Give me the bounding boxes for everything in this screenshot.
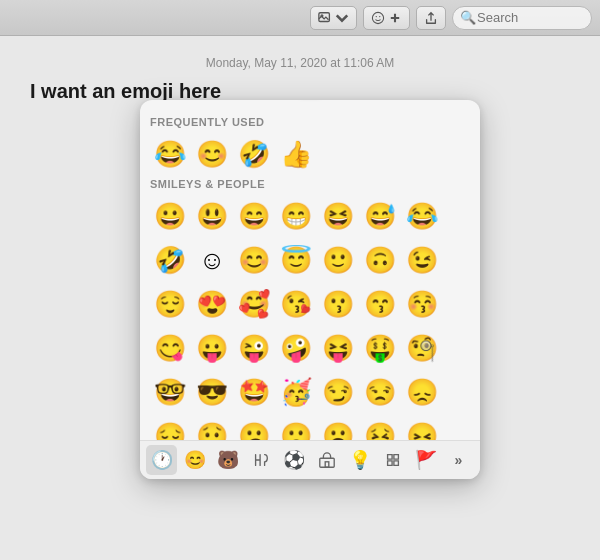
- emoji-cell[interactable]: 😇: [276, 240, 316, 280]
- emoji-cell[interactable]: 😕: [234, 416, 274, 440]
- emoji-cell[interactable]: 😆: [318, 196, 358, 236]
- emoji-cell[interactable]: 🧐: [402, 328, 442, 368]
- emoji-cell[interactable]: 😚: [402, 284, 442, 324]
- emoji-cell[interactable]: 😖: [402, 416, 442, 440]
- emoji-cell[interactable]: 😃: [192, 196, 232, 236]
- tab-symbols[interactable]: [377, 445, 408, 475]
- add-icon: [388, 11, 402, 25]
- food-icon: [252, 451, 270, 469]
- smileys-row-2: 🤣 ☺️ 😊 😇 🙂 🙃 😉: [150, 240, 470, 280]
- emoji-cell[interactable]: 🙁: [276, 416, 316, 440]
- emoji-cell[interactable]: 😀: [150, 196, 190, 236]
- svg-point-2: [372, 12, 383, 23]
- emoji-cell[interactable]: 😜: [234, 328, 274, 368]
- image-icon: [318, 11, 332, 25]
- tab-more[interactable]: »: [443, 445, 474, 475]
- emoji-cell[interactable]: 😏: [318, 372, 358, 412]
- tab-food[interactable]: [245, 445, 276, 475]
- emoji-cell[interactable]: 🤑: [360, 328, 400, 368]
- emoji-icon: [371, 11, 385, 25]
- emoji-cell[interactable]: 😟: [192, 416, 232, 440]
- emoji-cell[interactable]: 😊: [192, 134, 232, 174]
- emoji-cell[interactable]: 🤣: [234, 134, 274, 174]
- emoji-cell[interactable]: 😍: [192, 284, 232, 324]
- emoji-cell[interactable]: 😊: [234, 240, 274, 280]
- timestamp: Monday, May 11, 2020 at 11:06 AM: [30, 56, 570, 70]
- emoji-cell[interactable]: 🙃: [360, 240, 400, 280]
- emoji-cell[interactable]: 😔: [150, 416, 190, 440]
- chevron-down-icon: [335, 11, 349, 25]
- svg-rect-6: [325, 462, 329, 467]
- emoji-button[interactable]: [363, 6, 410, 30]
- emoji-cell[interactable]: 🥰: [234, 284, 274, 324]
- symbols-icon: [384, 451, 402, 469]
- picker-scroll[interactable]: FREQUENTLY USED 😂 😊 🤣 👍 SMILEYS & PEOPLE…: [140, 100, 480, 440]
- emoji-cell[interactable]: 😣: [360, 416, 400, 440]
- search-input[interactable]: [452, 6, 592, 30]
- emoji-cell[interactable]: 😘: [276, 284, 316, 324]
- smileys-row-3: 😌 😍 🥰 😘 😗 😙 😚: [150, 284, 470, 324]
- emoji-cell[interactable]: 😋: [150, 328, 190, 368]
- emoji-cell[interactable]: 😉: [402, 240, 442, 280]
- emoji-cell[interactable]: 😛: [192, 328, 232, 368]
- frequently-used-row: 😂 😊 🤣 👍: [150, 134, 470, 174]
- emoji-cell[interactable]: 🤩: [234, 372, 274, 412]
- emoji-cell[interactable]: 😙: [360, 284, 400, 324]
- emoji-cell[interactable]: 😂: [150, 134, 190, 174]
- toolbar: 🔍: [0, 0, 600, 36]
- emoji-cell[interactable]: 😎: [192, 372, 232, 412]
- emoji-cell[interactable]: 😞: [402, 372, 442, 412]
- smileys-row-6: 😔 😟 😕 🙁 ☹️ 😣 😖: [150, 416, 470, 440]
- smileys-row-1: 😀 😃 😄 😁 😆 😅 😂: [150, 196, 470, 236]
- search-wrapper: 🔍: [452, 6, 592, 30]
- share-icon: [424, 11, 438, 25]
- tab-flags[interactable]: 🚩: [410, 445, 441, 475]
- places-icon: [318, 451, 336, 469]
- emoji-cell[interactable]: 🤪: [276, 328, 316, 368]
- svg-rect-5: [319, 458, 333, 467]
- emoji-cell[interactable]: 😂: [402, 196, 442, 236]
- emoji-cell[interactable]: ☺️: [192, 240, 232, 280]
- image-button[interactable]: [310, 6, 357, 30]
- emoji-cell[interactable]: 😁: [276, 196, 316, 236]
- emoji-cell[interactable]: 🤣: [150, 240, 190, 280]
- section-label-frequent: FREQUENTLY USED: [150, 116, 470, 128]
- emoji-cell[interactable]: 😗: [318, 284, 358, 324]
- emoji-picker: FREQUENTLY USED 😂 😊 🤣 👍 SMILEYS & PEOPLE…: [140, 100, 480, 479]
- emoji-cell[interactable]: 😒: [360, 372, 400, 412]
- tab-recent[interactable]: 🕐: [146, 445, 177, 475]
- tab-activities[interactable]: ⚽: [278, 445, 309, 475]
- smileys-row-4: 😋 😛 😜 🤪 😝 🤑 🧐: [150, 328, 470, 368]
- emoji-cell[interactable]: 🤓: [150, 372, 190, 412]
- section-label-smileys: SMILEYS & PEOPLE: [150, 178, 470, 190]
- tab-places[interactable]: [311, 445, 342, 475]
- smileys-row-5: 🤓 😎 🤩 🥳 😏 😒 😞: [150, 372, 470, 412]
- picker-tabs: 🕐 😊 🐻 ⚽ 💡 🚩 »: [140, 440, 480, 479]
- tab-objects[interactable]: 💡: [344, 445, 375, 475]
- emoji-cell[interactable]: 😝: [318, 328, 358, 368]
- tab-animals[interactable]: 🐻: [212, 445, 243, 475]
- emoji-cell[interactable]: ☹️: [318, 416, 358, 440]
- svg-point-4: [379, 15, 380, 16]
- emoji-cell[interactable]: 😅: [360, 196, 400, 236]
- emoji-cell[interactable]: 🙂: [318, 240, 358, 280]
- emoji-cell[interactable]: 👍: [276, 134, 316, 174]
- share-button[interactable]: [416, 6, 446, 30]
- tab-smileys[interactable]: 😊: [179, 445, 210, 475]
- emoji-cell[interactable]: 😌: [150, 284, 190, 324]
- emoji-cell[interactable]: 😄: [234, 196, 274, 236]
- svg-point-3: [376, 15, 377, 16]
- emoji-cell[interactable]: 🥳: [276, 372, 316, 412]
